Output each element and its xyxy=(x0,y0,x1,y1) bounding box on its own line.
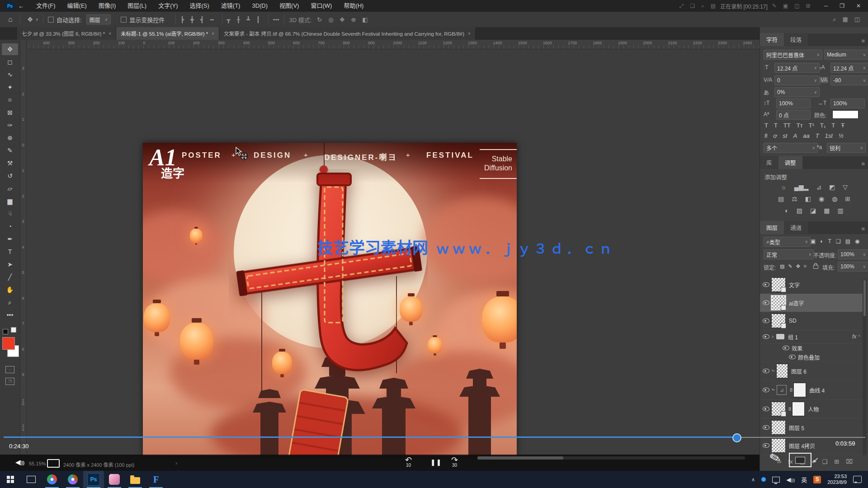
tool-frame[interactable]: ⊠ xyxy=(2,107,18,118)
menu-window[interactable]: 窗口(W) xyxy=(305,0,338,12)
visibility-toggle[interactable] xyxy=(760,443,772,448)
tool-brush[interactable]: ✎ xyxy=(2,145,18,156)
lock-icon[interactable]: ✥ xyxy=(796,263,800,269)
3d-mode-icon[interactable]: ◎ xyxy=(328,16,333,23)
taskbar-image-app-icon[interactable] xyxy=(104,471,125,488)
adjustment-icon[interactable]: ▤ xyxy=(778,195,784,202)
network-icon[interactable] xyxy=(772,477,780,483)
tool-pen[interactable]: ✒ xyxy=(2,233,18,245)
taskbar-file-explorer-icon[interactable] xyxy=(125,471,146,488)
adjustment-icon[interactable]: ◉ xyxy=(819,195,824,202)
horizontal-ruler[interactable]: 4003002001000100200300400500600700800900… xyxy=(20,40,760,49)
video-progress-played[interactable] xyxy=(4,436,732,438)
adjustment-icon[interactable]: ◧ xyxy=(805,195,811,202)
align-icon[interactable]: ┫ xyxy=(200,16,204,23)
titlebar-icon[interactable]: ◫ xyxy=(794,3,799,9)
tool-clone-stamp[interactable]: ⚒ xyxy=(2,157,18,169)
layer-row-layer-5[interactable]: 图层 5 xyxy=(760,418,863,437)
font-family-select[interactable]: 阿里巴巴普惠体∨ xyxy=(764,50,822,60)
forward-30-button[interactable]: ↷30 xyxy=(451,457,458,467)
menu-3d[interactable]: 3D(D) xyxy=(246,0,274,12)
panel-menu-icon[interactable]: ≡ xyxy=(861,225,865,234)
visibility-toggle[interactable] xyxy=(760,334,772,339)
lock-all-icon[interactable] xyxy=(813,265,818,269)
tray-caret-icon[interactable]: ∧ xyxy=(751,477,755,483)
tool-smudge[interactable]: ☟ xyxy=(2,208,18,220)
rewind-10-button[interactable]: ↶10 xyxy=(405,457,412,467)
tab-character[interactable]: 字符 xyxy=(760,33,784,46)
opentype-button[interactable]: A xyxy=(793,132,797,139)
menu-image[interactable]: 图像(I) xyxy=(93,0,122,12)
layer-row-ai-typeface[interactable]: ai造字 xyxy=(760,294,863,312)
type-style-button[interactable]: T xyxy=(774,122,778,129)
video-progress-handle[interactable] xyxy=(732,433,741,442)
tool-hand[interactable]: ✋ xyxy=(2,284,18,296)
tool-history-brush[interactable]: ↺ xyxy=(2,170,18,182)
distribute-icon[interactable]: ┃ xyxy=(256,16,260,23)
layer-thumbnail[interactable] xyxy=(772,278,785,291)
language-select[interactable]: 多个∨ xyxy=(764,143,818,153)
lock-icon[interactable]: ✎ xyxy=(788,263,792,269)
layers-bottom-icon[interactable]: ❑ xyxy=(822,458,828,465)
tool-magic-wand[interactable]: ✦ xyxy=(2,81,18,93)
lock-icon[interactable]: ▨ xyxy=(780,263,784,269)
vertical-scale-field[interactable]: 100% xyxy=(776,99,811,108)
3d-mode-icon[interactable]: ◧ xyxy=(362,16,368,23)
visibility-toggle[interactable] xyxy=(760,300,772,305)
layer-row-color-overlay[interactable]: 颜色叠加 xyxy=(760,352,863,362)
titlebar-icon[interactable]: ▤ xyxy=(711,3,716,9)
zoom-level-status[interactable]: 55.15% xyxy=(29,461,46,466)
tool-move[interactable]: ✥ xyxy=(2,43,18,55)
tool-eraser[interactable]: ▱ xyxy=(2,183,18,194)
adjustment-icon[interactable]: ⊿ xyxy=(816,183,821,191)
tool-gradient[interactable]: ▆ xyxy=(2,195,18,207)
titlebar-icon[interactable]: ⊞ xyxy=(806,3,811,9)
horizontal-scale-field[interactable]: 100% xyxy=(830,99,865,108)
visibility-toggle[interactable] xyxy=(760,282,772,287)
taskbar-photoshop-icon[interactable]: Ps xyxy=(83,471,104,488)
type-style-button[interactable]: T xyxy=(764,122,768,129)
titlebar-icon[interactable]: ✎ xyxy=(772,3,777,9)
screen-mode-icon[interactable]: ❐ xyxy=(5,378,14,385)
text-color-swatch[interactable] xyxy=(832,110,859,119)
start-button[interactable] xyxy=(0,471,21,488)
taskbar-f-app-icon[interactable]: F xyxy=(146,471,166,488)
layers-bottom-icon[interactable]: ⌧ xyxy=(846,458,853,465)
opentype-button[interactable]: aa xyxy=(803,132,809,139)
layer-filter-icon[interactable]: ❑ xyxy=(836,238,841,244)
canvas-document[interactable]: A1 造字 POSTER + DESIGN + DESIGNER-喇ヨ + FE… xyxy=(143,143,517,455)
3d-mode-icon[interactable]: ↻ xyxy=(317,16,322,23)
type-style-button[interactable]: T₁ xyxy=(820,122,826,129)
options-right-icon[interactable]: ◫ xyxy=(854,16,860,23)
adjustment-icon[interactable]: ◪ xyxy=(810,207,816,214)
layer-row-sd[interactable]: SD xyxy=(760,312,863,330)
type-style-button[interactable]: T xyxy=(831,122,835,129)
type-style-button[interactable]: TT xyxy=(783,122,791,129)
opacity-field[interactable]: 100%∨ xyxy=(838,249,868,259)
vertical-ruler[interactable]: 32101234567891011 xyxy=(20,49,27,455)
layer-row-layer-6[interactable]: ⌐ 图层 6 xyxy=(760,361,863,381)
layer-mask-thumbnail[interactable] xyxy=(794,383,806,397)
canvas-horizontal-scrollbar[interactable] xyxy=(477,456,745,460)
document-size-status[interactable]: 2400 像素 x 2400 像素 (100 ppi) xyxy=(63,461,134,468)
tool-line[interactable]: ╱ xyxy=(2,271,18,283)
status-chevron[interactable]: › xyxy=(175,460,177,466)
visibility-toggle[interactable] xyxy=(760,369,772,373)
menu-type[interactable]: 文字(Y) xyxy=(152,0,184,12)
fx-badge[interactable]: fx xyxy=(852,333,856,340)
tab-close-icon[interactable]: × xyxy=(212,31,214,36)
distribute-icon[interactable]: ┻ xyxy=(246,16,250,23)
tsume-field[interactable]: 0%∨ xyxy=(774,87,820,97)
layers-scrollbar[interactable] xyxy=(863,279,867,455)
tool-path-select[interactable]: ➤ xyxy=(2,258,18,270)
options-right-icon[interactable]: ⌕ xyxy=(833,16,836,23)
layer-row-effects[interactable]: 效果 xyxy=(760,343,863,352)
menu-layer[interactable]: 图层(L) xyxy=(122,0,152,12)
layer-mask-thumbnail[interactable] xyxy=(793,402,804,416)
opentype-button[interactable]: st xyxy=(783,132,787,139)
tool-zoom[interactable]: ⌕ xyxy=(2,296,18,308)
align-icon[interactable]: ╋ xyxy=(190,16,194,23)
adjustment-icon[interactable]: ▄▆▂ xyxy=(794,183,808,191)
subtitle-icon[interactable] xyxy=(47,459,60,468)
adjustment-icon[interactable]: ◍ xyxy=(832,195,837,202)
